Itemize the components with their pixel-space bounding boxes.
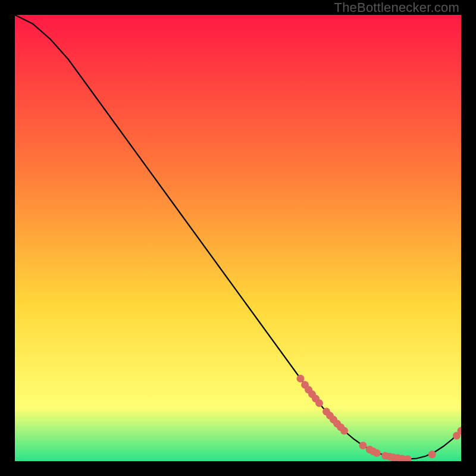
chart-plot: [15, 15, 461, 461]
data-marker: [297, 375, 305, 383]
watermark-text: TheBottlenecker.com: [334, 0, 459, 15]
gradient-background: [15, 15, 461, 461]
data-marker: [359, 441, 367, 449]
data-marker: [428, 450, 436, 458]
data-marker: [340, 427, 348, 435]
chart-frame: [15, 15, 461, 461]
data-marker: [373, 449, 381, 457]
data-marker: [315, 399, 323, 407]
